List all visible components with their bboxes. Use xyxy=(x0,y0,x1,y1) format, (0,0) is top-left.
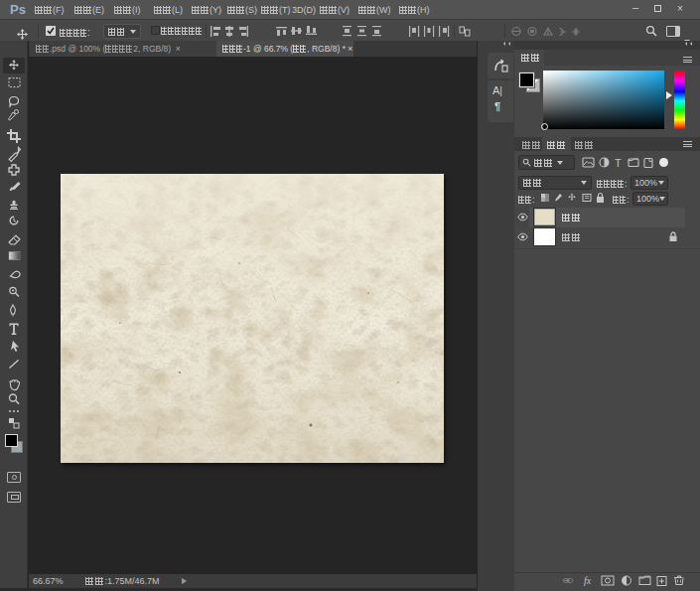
svg-text:T: T xyxy=(615,157,622,169)
svg-text:fx: fx xyxy=(584,575,592,586)
